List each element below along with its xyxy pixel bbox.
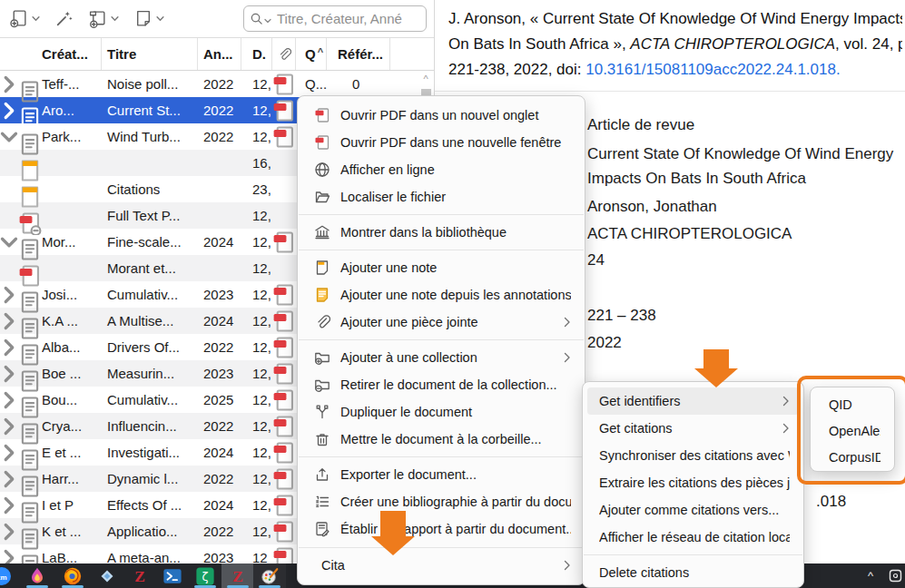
twisty-collapsed-icon[interactable] [0,365,18,383]
pdf-icon [272,520,296,544]
doi-link[interactable]: 10.3161/15081109acc2022.24.1.018. [585,61,840,78]
context-menu-item[interactable]: Localiser le fichier [302,183,580,211]
zotero-icon[interactable]: Z [130,564,150,588]
new-attachment-button[interactable] [88,9,119,28]
context-menu-item[interactable]: Mettre le document à la corbeille... [302,426,580,453]
note-icon [314,260,330,276]
tray-expand-chevron[interactable]: ^ [868,564,873,588]
date-cell: 12, [241,208,272,223]
zotero-active-icon[interactable]: Z [228,564,248,588]
column-header-title[interactable]: Titre [102,38,198,70]
date-cell: 12, [241,287,272,302]
doi-value-fragment[interactable]: .018 [816,493,846,511]
date-value[interactable]: 2022 [587,334,622,352]
twisty-collapsed-icon[interactable] [0,417,18,436]
context-menu-item[interactable]: Ouvrir PDF dans une nouvelle fenêtre [302,129,580,156]
list-item[interactable]: Teff-...Noise poll...202212,Q...0 [0,71,416,97]
citations-menu-item[interactable]: Get citations [587,415,799,442]
citations-menu-item[interactable]: Delete citations [587,559,799,586]
svg-text:Z: Z [134,567,145,585]
menu-item-label: Get identifiers [599,394,772,408]
context-menu-item[interactable]: Créer une bibliographie à partir du docu… [302,488,580,515]
firefox-icon[interactable] [63,564,83,588]
title-value[interactable]: Current State Of Knowledge Of Wind Energ… [587,142,905,191]
date-cell: 12, [241,76,272,92]
menu-item-label: Retirer le document de la collection... [340,377,571,392]
new-note-button[interactable] [133,9,164,28]
powershell-icon[interactable] [162,564,182,588]
twisty-collapsed-icon[interactable] [0,286,18,304]
menu-item-label: Ajouter une pièce jointe [340,315,553,329]
column-header-creator[interactable]: Créat... [42,38,102,70]
citations-menu-item[interactable]: Extraire les citations des pièces jointe… [587,469,799,496]
menu-item-label: Ouvrir PDF dans un nouvel onglet [340,108,571,122]
context-menu-item[interactable]: Retirer le document de la collection... [302,371,580,398]
publication-value[interactable]: ACTA CHIROPTEROLOGICA [587,225,792,243]
column-header-references[interactable]: Référ... [327,38,390,70]
twisty-collapsed-icon[interactable] [0,312,18,330]
context-menu-item[interactable]: Afficher en ligne [302,156,580,183]
attachment-cell [272,230,296,254]
citations-menu-item[interactable]: Get identifiers [587,387,799,415]
menu-item-label: Cita [321,558,553,573]
column-header-date[interactable]: D. [241,38,272,70]
twisty-collapsed-icon[interactable] [0,75,18,93]
context-menu-item[interactable]: Ajouter une pièce jointe [302,309,580,336]
search-box[interactable] [243,5,427,32]
year-cell: 2022 [198,524,241,539]
year-cell: 2024 [198,497,241,513]
citations-menu-item[interactable]: Ajouter comme citations vers... [587,496,799,524]
twisty-expanded-icon[interactable] [0,233,18,251]
item-type-value[interactable]: Article de revue [587,116,694,134]
zoom-app-icon[interactable]: zm [0,564,12,588]
scroll-up-arrow[interactable]: ^ [418,73,433,85]
context-menu-item[interactable]: Cita [302,552,580,579]
annotation-arrow-down [371,511,415,556]
year-cell: 2023 [198,366,241,381]
tray-app-icon[interactable] [889,564,902,588]
context-menu-item[interactable]: Exporter le document... [302,461,580,488]
pages-value[interactable]: 221 – 238 [587,307,656,325]
context-menu-item[interactable]: Dupliquer le document [302,398,580,426]
twisty-collapsed-icon[interactable] [0,470,18,488]
duplicate-icon [314,404,330,420]
flame-browser-icon[interactable] [27,564,47,588]
volume-value[interactable]: 24 [587,251,605,270]
context-menu-item[interactable]: Établir un rapport à partir du document.… [302,515,580,543]
chevron-down-icon [32,15,40,23]
column-header-attachment[interactable] [272,38,296,70]
date-cell: 12, [241,524,272,539]
context-menu-item[interactable]: Ajouter à une collection [302,344,580,371]
column-header-quality[interactable]: Q^ [296,38,327,70]
pdf-icon [272,388,296,412]
zotero-beta-icon[interactable]: ζ [195,564,215,588]
date-cell: 12, [241,392,272,407]
twisty-expanded-icon[interactable] [0,128,18,146]
column-header-year[interactable]: An... [198,38,241,70]
title-cell: A Multise... [102,313,198,328]
creator-cell: E et ... [42,445,102,460]
new-item-button[interactable] [9,9,40,28]
twisty-collapsed-icon[interactable] [0,444,18,462]
diamond-app-icon[interactable] [97,564,117,588]
creator-cell: Park... [42,129,102,144]
citations-menu-item[interactable]: Afficher le réseau de citation local [587,524,799,551]
creator-cell: Aro... [42,103,102,118]
add-by-identifier-button[interactable] [54,9,74,28]
twisty-collapsed-icon[interactable] [0,338,18,357]
twisty-collapsed-icon[interactable] [0,102,18,120]
creator-value[interactable]: Aronson, Jonathan [587,198,717,216]
citations-menu-item[interactable]: Synchroniser des citations avec Wikidata [587,442,799,469]
twisty-collapsed-icon[interactable] [0,523,18,541]
menu-separator [299,339,584,340]
pdf-icon [272,230,296,254]
context-menu-item[interactable]: Montrer dans la bibliothèque [302,219,580,246]
context-menu-item[interactable]: Ouvrir PDF dans un nouvel onglet [302,102,580,129]
twisty-collapsed-icon[interactable] [0,391,18,409]
report-icon [314,521,330,537]
context-menu-item[interactable]: Ajouter une note depuis les annotations [302,281,580,309]
search-input[interactable] [275,10,420,27]
context-menu-item[interactable]: Ajouter une note [302,254,580,281]
twisty-collapsed-icon[interactable] [0,496,18,514]
paint-app-icon[interactable] [260,564,280,588]
